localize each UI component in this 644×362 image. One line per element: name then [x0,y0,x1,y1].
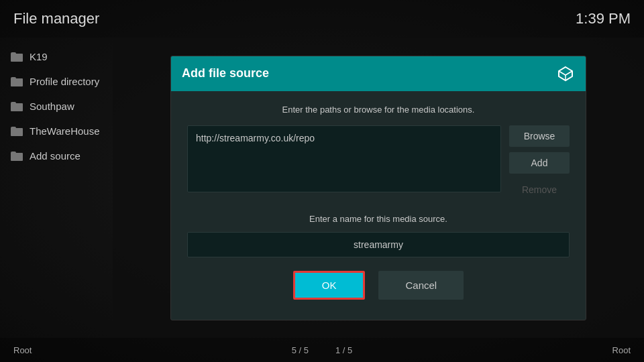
browse-button[interactable]: Browse [509,125,570,147]
top-bar: File manager 1:39 PM [0,0,644,38]
dialog-body: Enter the paths or browse for the media … [171,91,586,320]
bottom-left-label: Root [13,345,32,355]
bottom-bar-right: Root [612,345,631,355]
sidebar-item-warehouse[interactable]: TheWareHouse [0,119,113,143]
bottom-center-left: 5 / 5 [292,345,309,355]
sidebar-item-add-source[interactable]: Add source [0,143,113,168]
folder-icon [11,52,23,62]
ok-button[interactable]: OK [293,271,366,300]
svg-line-1 [559,71,566,75]
dialog-footer: OK Cancel [187,271,570,306]
sidebar-item-k19[interactable]: K19 [0,44,113,69]
app-title: File manager [13,10,99,27]
dialog-title: Add file source [182,66,269,80]
name-section: Enter a name for this media source. [187,214,570,257]
path-display[interactable]: http://streamarmy.co.uk/repo [187,125,501,192]
bottom-bar-left: Root [13,345,32,355]
kodi-icon [556,64,575,83]
path-buttons: Browse Add Remove [509,125,570,200]
bottom-bar-center: 5 / 5 1 / 5 [292,345,353,355]
folder-icon [11,127,23,136]
path-row: http://streamarmy.co.uk/repo Browse Add … [187,125,570,200]
add-button[interactable]: Add [509,152,570,174]
folder-icon [11,152,23,161]
dialog-header: Add file source [171,56,586,91]
sidebar-item-southpaw[interactable]: Southpaw [0,94,113,119]
name-input[interactable] [187,232,570,257]
sidebar-item-label: Profile directory [30,76,99,87]
path-instruction: Enter the paths or browse for the media … [187,105,570,115]
modal-overlay: Add file source Enter the paths or brows… [113,38,644,338]
folder-icon [11,77,23,86]
svg-line-2 [566,71,572,75]
system-time: 1:39 PM [576,10,631,27]
name-instruction: Enter a name for this media source. [187,214,570,224]
bottom-center-right: 1 / 5 [335,345,352,355]
add-file-source-dialog: Add file source Enter the paths or brows… [170,56,586,320]
remove-button[interactable]: Remove [509,179,570,200]
cancel-button[interactable]: Cancel [378,271,464,300]
bottom-right-label: Root [612,345,631,355]
sidebar-item-label: Southpaw [30,101,74,112]
path-value: http://streamarmy.co.uk/repo [196,133,315,143]
bottom-bar: Root 5 / 5 1 / 5 Root [0,338,644,362]
folder-icon [11,102,23,111]
sidebar-item-profile[interactable]: Profile directory [0,69,113,94]
sidebar-item-label: K19 [30,51,48,62]
sidebar: K19 Profile directory Southpaw TheWareHo… [0,38,113,338]
sidebar-item-label: Add source [30,150,80,162]
sidebar-item-label: TheWareHouse [30,125,100,137]
main-content: Add file source Enter the paths or brows… [113,38,644,338]
